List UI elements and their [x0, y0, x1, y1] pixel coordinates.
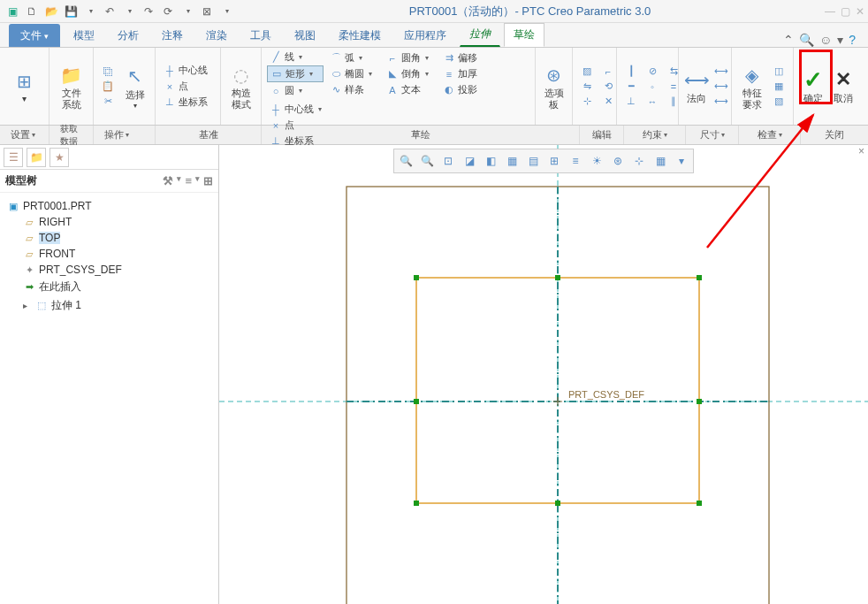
annot-icon[interactable]: ⊛: [608, 151, 628, 171]
open-icon[interactable]: 📂: [42, 3, 60, 20]
minimize-icon[interactable]: —: [825, 5, 835, 18]
layers-icon[interactable]: ≡: [566, 151, 585, 171]
tab-tools[interactable]: 工具: [240, 24, 281, 47]
style-icon[interactable]: ⊞: [544, 151, 564, 171]
text-button[interactable]: A文本: [384, 82, 437, 97]
snap-icon[interactable]: ⊹: [629, 151, 649, 171]
repaint-icon[interactable]: ◪: [460, 151, 479, 171]
file-system-button[interactable]: 📁 文件 系统: [55, 58, 88, 115]
footer-dimension[interactable]: 尺寸: [686, 126, 739, 144]
tab-apps[interactable]: 应用程序: [394, 24, 456, 47]
qat-dropdown[interactable]: [217, 3, 235, 20]
new-icon[interactable]: 🗋: [23, 3, 41, 20]
maximize-icon[interactable]: ▢: [841, 5, 850, 18]
saved-view-icon[interactable]: ▤: [523, 151, 543, 171]
thicken-button[interactable]: ≡加厚: [440, 66, 493, 81]
spline-button[interactable]: ∿样条: [327, 82, 380, 97]
palette-button[interactable]: ⊛ 选项 板: [541, 58, 567, 115]
tab-model[interactable]: 模型: [64, 24, 104, 47]
tab-view[interactable]: 视图: [285, 24, 325, 47]
inspect1[interactable]: ◫: [770, 65, 788, 79]
vert-constr[interactable]: ┃: [622, 65, 640, 79]
arc-button[interactable]: ⌒弧: [327, 50, 380, 65]
trim-button[interactable]: ▨: [578, 65, 596, 79]
tree-tool1-drop[interactable]: ▾: [177, 174, 181, 187]
corner-button[interactable]: ⌐: [599, 65, 617, 79]
grid-disp-icon[interactable]: ▦: [651, 151, 670, 171]
tree-tool3-icon[interactable]: ⊞: [203, 174, 213, 187]
chamfer-button[interactable]: ◣倒角: [384, 66, 437, 81]
mid-constr[interactable]: ◦: [643, 80, 661, 94]
shade-icon[interactable]: ◧: [481, 151, 500, 171]
ok-button[interactable]: ✓ 确定: [799, 58, 827, 115]
footer-inspect[interactable]: 检查: [739, 126, 801, 144]
folder-tab-icon[interactable]: 📁: [27, 148, 46, 167]
save-icon[interactable]: 💾: [62, 3, 80, 20]
tree-insert-here[interactable]: ➡ 在此插入: [4, 278, 215, 296]
tab-analysis[interactable]: 分析: [108, 24, 148, 47]
tree-extrude1[interactable]: ▸ ⬚ 拉伸 1: [4, 296, 215, 315]
feature-req-button[interactable]: ◈ 特征 要求: [737, 58, 766, 115]
coinc-constr[interactable]: ↔: [643, 95, 661, 109]
save-dropdown[interactable]: [81, 3, 99, 20]
graphics-canvas[interactable]: × 🔍 🔍 ⊡ ◪ ◧ ▦ ▤ ⊞ ≡ ☀ ⊛ ⊹ ▦ ▾: [219, 145, 868, 604]
view-orient-icon[interactable]: ▦: [502, 151, 522, 171]
tree-tool2-drop[interactable]: ▾: [195, 174, 200, 187]
regen-dropdown[interactable]: [179, 3, 196, 20]
tab-file[interactable]: 文件 ▾: [9, 24, 60, 47]
footer-operate[interactable]: 操作: [94, 126, 156, 144]
zoom-fit-icon[interactable]: ⊡: [438, 151, 458, 171]
footer-getdata[interactable]: 获取数据: [49, 126, 94, 144]
ellipse-button[interactable]: ⬭椭圆: [327, 66, 380, 81]
csys-button[interactable]: ⊥坐标系: [161, 95, 210, 110]
paste-button[interactable]: 📋: [99, 80, 117, 94]
tab-render[interactable]: 渲染: [196, 24, 237, 47]
cancel-button[interactable]: ✕ 取消: [831, 58, 856, 115]
circle-button[interactable]: ○圆: [267, 83, 324, 98]
copy-button[interactable]: ⿻: [99, 65, 117, 79]
help-icon[interactable]: ?: [849, 33, 856, 47]
search-icon[interactable]: 🔍: [799, 33, 814, 47]
rect-button[interactable]: ▭矩形: [267, 65, 324, 82]
undo-icon[interactable]: ↶: [101, 3, 118, 20]
zoom-in-icon[interactable]: 🔍: [396, 151, 415, 171]
tab-flex[interactable]: 柔性建模: [329, 24, 391, 47]
perp-constr[interactable]: ⊥: [622, 95, 640, 109]
centerline-button[interactable]: ┼中心线: [161, 63, 210, 78]
footer-datum[interactable]: 基准: [156, 126, 262, 144]
select-button[interactable]: ↖ 选择 ▾: [120, 58, 149, 115]
dim1[interactable]: ⟷: [712, 65, 730, 79]
tree-tab-icon[interactable]: ☰: [4, 148, 23, 167]
cut-button[interactable]: ✂: [99, 95, 117, 109]
inspect3[interactable]: ▧: [770, 95, 788, 109]
footer-sketch[interactable]: 草绘: [262, 126, 580, 144]
display-icon[interactable]: ☀: [587, 151, 606, 171]
tree-front[interactable]: ▱ FRONT: [4, 246, 215, 262]
redo-icon[interactable]: ↷: [140, 3, 157, 20]
offset-button[interactable]: ⇉偏移: [440, 50, 493, 65]
normal-dim-button[interactable]: ⟷ 法向: [684, 58, 709, 115]
project-button[interactable]: ◐投影: [440, 82, 493, 97]
tree-root[interactable]: ▣ PRT0001.PRT: [4, 198, 215, 214]
construct-mode-button[interactable]: ◌ 构造 模式: [226, 58, 255, 115]
delete-button[interactable]: ✕: [599, 95, 617, 109]
regen-icon[interactable]: ⟳: [159, 3, 177, 20]
tree-tool1-icon[interactable]: ⚒: [163, 174, 173, 187]
logo-icon[interactable]: ▣: [4, 3, 21, 20]
centerline2-button[interactable]: ┼中心线: [267, 102, 325, 117]
more-icon[interactable]: ▾: [672, 151, 691, 171]
footer-constrain[interactable]: 约束: [624, 126, 686, 144]
dim2[interactable]: ⟷: [712, 80, 730, 94]
point-button[interactable]: ×点: [161, 79, 210, 94]
grid-button[interactable]: ⊞ ▾: [5, 58, 43, 115]
smiley-icon[interactable]: ☺: [819, 33, 832, 47]
fillet-button[interactable]: ⌐圆角: [384, 50, 437, 65]
mirror-button[interactable]: ⇋: [578, 80, 596, 94]
tree-right[interactable]: ▱ RIGHT: [4, 214, 215, 230]
tab-annotate[interactable]: 注释: [152, 24, 193, 47]
footer-settings[interactable]: 设置: [0, 126, 49, 144]
canvas-close-icon[interactable]: ×: [858, 145, 864, 157]
footer-edit[interactable]: 编辑: [580, 126, 624, 144]
rotate-button[interactable]: ⟲: [599, 80, 617, 94]
tab-extrude[interactable]: 拉伸: [460, 22, 500, 47]
